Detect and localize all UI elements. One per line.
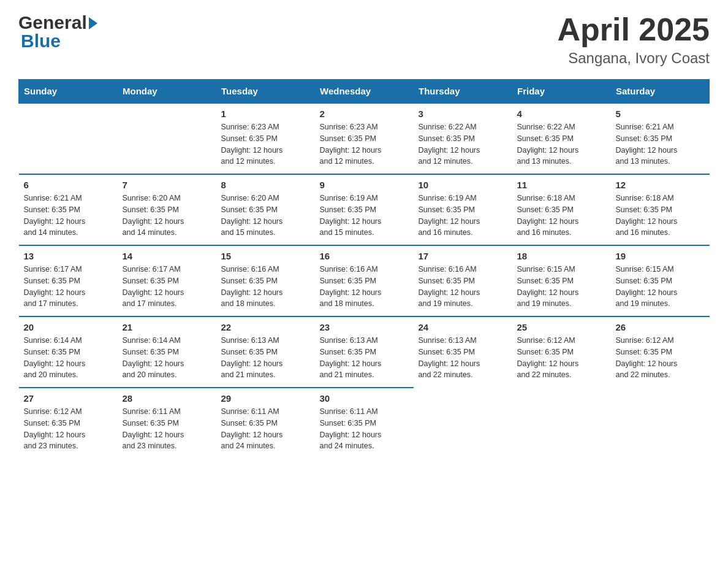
calendar-cell xyxy=(512,388,611,458)
cell-day-number: 26 xyxy=(616,322,705,332)
calendar-cell: 23Sunrise: 6:13 AMSunset: 6:35 PMDayligh… xyxy=(315,316,414,388)
cell-info: Sunrise: 6:18 AMSunset: 6:35 PMDaylight:… xyxy=(616,193,705,239)
calendar-cell: 11Sunrise: 6:18 AMSunset: 6:35 PMDayligh… xyxy=(512,174,611,245)
logo-general-text: General xyxy=(18,12,87,33)
calendar-week-row: 27Sunrise: 6:12 AMSunset: 6:35 PMDayligh… xyxy=(19,388,710,458)
cell-info: Sunrise: 6:14 AMSunset: 6:35 PMDaylight:… xyxy=(123,335,211,381)
calendar-cell xyxy=(414,388,512,458)
calendar-cell: 18Sunrise: 6:15 AMSunset: 6:35 PMDayligh… xyxy=(512,245,611,316)
cell-day-number: 3 xyxy=(419,109,507,119)
cell-day-number: 25 xyxy=(517,322,606,332)
cell-info: Sunrise: 6:20 AMSunset: 6:35 PMDaylight:… xyxy=(221,193,310,239)
cell-day-number: 11 xyxy=(517,180,606,190)
calendar-week-row: 20Sunrise: 6:14 AMSunset: 6:35 PMDayligh… xyxy=(19,316,710,388)
cell-info: Sunrise: 6:21 AMSunset: 6:35 PMDaylight:… xyxy=(24,193,113,239)
cell-day-number: 13 xyxy=(24,251,113,261)
calendar-cell: 17Sunrise: 6:16 AMSunset: 6:35 PMDayligh… xyxy=(414,245,512,316)
calendar-cell: 28Sunrise: 6:11 AMSunset: 6:35 PMDayligh… xyxy=(118,388,216,458)
col-header-sunday: Sunday xyxy=(19,80,118,104)
calendar-cell: 7Sunrise: 6:20 AMSunset: 6:35 PMDaylight… xyxy=(118,174,216,245)
calendar-cell: 26Sunrise: 6:12 AMSunset: 6:35 PMDayligh… xyxy=(611,316,710,388)
cell-info: Sunrise: 6:17 AMSunset: 6:35 PMDaylight:… xyxy=(24,264,113,310)
calendar-cell: 13Sunrise: 6:17 AMSunset: 6:35 PMDayligh… xyxy=(19,245,118,316)
calendar-header-row: SundayMondayTuesdayWednesdayThursdayFrid… xyxy=(19,80,710,104)
cell-day-number: 1 xyxy=(221,109,310,119)
col-header-monday: Monday xyxy=(118,80,216,104)
calendar-week-row: 6Sunrise: 6:21 AMSunset: 6:35 PMDaylight… xyxy=(19,174,710,245)
cell-day-number: 23 xyxy=(320,322,409,332)
calendar-cell: 16Sunrise: 6:16 AMSunset: 6:35 PMDayligh… xyxy=(315,245,414,316)
calendar-cell: 14Sunrise: 6:17 AMSunset: 6:35 PMDayligh… xyxy=(118,245,216,316)
cell-info: Sunrise: 6:12 AMSunset: 6:35 PMDaylight:… xyxy=(24,406,113,452)
cell-info: Sunrise: 6:19 AMSunset: 6:35 PMDaylight:… xyxy=(320,193,409,239)
cell-day-number: 9 xyxy=(320,180,409,190)
calendar-table: SundayMondayTuesdayWednesdayThursdayFrid… xyxy=(18,79,710,458)
cell-info: Sunrise: 6:12 AMSunset: 6:35 PMDaylight:… xyxy=(616,335,705,381)
cell-day-number: 28 xyxy=(123,393,211,404)
calendar-cell: 5Sunrise: 6:21 AMSunset: 6:35 PMDaylight… xyxy=(611,103,710,174)
calendar-cell xyxy=(19,103,118,174)
cell-info: Sunrise: 6:20 AMSunset: 6:35 PMDaylight:… xyxy=(123,193,211,239)
col-header-wednesday: Wednesday xyxy=(315,80,414,104)
calendar-cell: 8Sunrise: 6:20 AMSunset: 6:35 PMDaylight… xyxy=(216,174,315,245)
cell-info: Sunrise: 6:12 AMSunset: 6:35 PMDaylight:… xyxy=(517,335,606,381)
page-subtitle: Sangana, Ivory Coast xyxy=(557,50,710,67)
calendar-cell: 10Sunrise: 6:19 AMSunset: 6:35 PMDayligh… xyxy=(414,174,512,245)
cell-day-number: 24 xyxy=(419,322,507,332)
calendar-cell xyxy=(118,103,216,174)
calendar-cell: 1Sunrise: 6:23 AMSunset: 6:35 PMDaylight… xyxy=(216,103,315,174)
cell-day-number: 16 xyxy=(320,251,409,261)
cell-info: Sunrise: 6:17 AMSunset: 6:35 PMDaylight:… xyxy=(123,264,211,310)
cell-info: Sunrise: 6:14 AMSunset: 6:35 PMDaylight:… xyxy=(24,335,113,381)
calendar-cell: 25Sunrise: 6:12 AMSunset: 6:35 PMDayligh… xyxy=(512,316,611,388)
cell-day-number: 8 xyxy=(221,180,310,190)
cell-info: Sunrise: 6:19 AMSunset: 6:35 PMDaylight:… xyxy=(419,193,507,239)
cell-info: Sunrise: 6:23 AMSunset: 6:35 PMDaylight:… xyxy=(221,121,310,167)
calendar-cell: 6Sunrise: 6:21 AMSunset: 6:35 PMDaylight… xyxy=(19,174,118,245)
cell-info: Sunrise: 6:11 AMSunset: 6:35 PMDaylight:… xyxy=(123,406,211,452)
col-header-saturday: Saturday xyxy=(611,80,710,104)
calendar-cell: 29Sunrise: 6:11 AMSunset: 6:35 PMDayligh… xyxy=(216,388,315,458)
calendar-cell: 3Sunrise: 6:22 AMSunset: 6:35 PMDaylight… xyxy=(414,103,512,174)
cell-info: Sunrise: 6:16 AMSunset: 6:35 PMDaylight:… xyxy=(320,264,409,310)
cell-day-number: 22 xyxy=(221,322,310,332)
cell-info: Sunrise: 6:11 AMSunset: 6:35 PMDaylight:… xyxy=(221,406,310,452)
cell-day-number: 17 xyxy=(419,251,507,261)
cell-day-number: 12 xyxy=(616,180,705,190)
calendar-cell: 9Sunrise: 6:19 AMSunset: 6:35 PMDaylight… xyxy=(315,174,414,245)
page-header: General Blue April 2025 Sangana, Ivory C… xyxy=(18,12,710,67)
calendar-cell: 4Sunrise: 6:22 AMSunset: 6:35 PMDaylight… xyxy=(512,103,611,174)
cell-day-number: 7 xyxy=(123,180,211,190)
cell-day-number: 27 xyxy=(24,393,113,404)
calendar-cell: 2Sunrise: 6:23 AMSunset: 6:35 PMDaylight… xyxy=(315,103,414,174)
col-header-tuesday: Tuesday xyxy=(216,80,315,104)
cell-day-number: 30 xyxy=(320,393,409,404)
cell-info: Sunrise: 6:13 AMSunset: 6:35 PMDaylight:… xyxy=(419,335,507,381)
cell-info: Sunrise: 6:21 AMSunset: 6:35 PMDaylight:… xyxy=(616,121,705,167)
calendar-cell: 19Sunrise: 6:15 AMSunset: 6:35 PMDayligh… xyxy=(611,245,710,316)
cell-info: Sunrise: 6:13 AMSunset: 6:35 PMDaylight:… xyxy=(221,335,310,381)
cell-info: Sunrise: 6:18 AMSunset: 6:35 PMDaylight:… xyxy=(517,193,606,239)
cell-day-number: 2 xyxy=(320,109,409,119)
logo-triangle-icon xyxy=(89,17,97,29)
cell-day-number: 20 xyxy=(24,322,113,332)
col-header-thursday: Thursday xyxy=(414,80,512,104)
calendar-cell: 12Sunrise: 6:18 AMSunset: 6:35 PMDayligh… xyxy=(611,174,710,245)
cell-day-number: 29 xyxy=(221,393,310,404)
calendar-cell: 24Sunrise: 6:13 AMSunset: 6:35 PMDayligh… xyxy=(414,316,512,388)
logo-line1: General xyxy=(18,12,98,33)
page-title: April 2025 xyxy=(557,12,710,47)
cell-info: Sunrise: 6:16 AMSunset: 6:35 PMDaylight:… xyxy=(221,264,310,310)
calendar-cell: 30Sunrise: 6:11 AMSunset: 6:35 PMDayligh… xyxy=(315,388,414,458)
cell-info: Sunrise: 6:22 AMSunset: 6:35 PMDaylight:… xyxy=(419,121,507,167)
cell-info: Sunrise: 6:23 AMSunset: 6:35 PMDaylight:… xyxy=(320,121,409,167)
calendar-cell: 21Sunrise: 6:14 AMSunset: 6:35 PMDayligh… xyxy=(118,316,216,388)
cell-day-number: 15 xyxy=(221,251,310,261)
calendar-cell xyxy=(611,388,710,458)
cell-day-number: 14 xyxy=(123,251,211,261)
cell-day-number: 10 xyxy=(419,180,507,190)
logo-blue-text: Blue xyxy=(18,31,98,52)
cell-day-number: 18 xyxy=(517,251,606,261)
title-section: April 2025 Sangana, Ivory Coast xyxy=(557,12,710,67)
calendar-cell: 22Sunrise: 6:13 AMSunset: 6:35 PMDayligh… xyxy=(216,316,315,388)
